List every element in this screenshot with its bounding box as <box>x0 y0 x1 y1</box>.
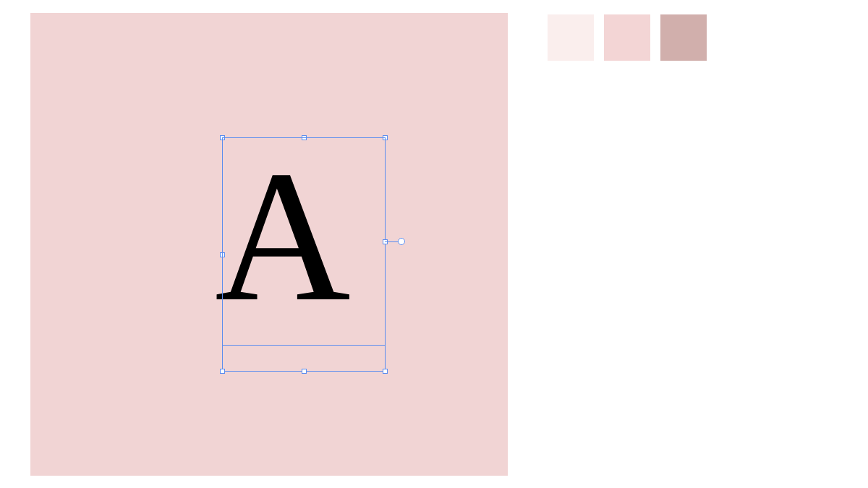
resize-handle-bottom-right[interactable] <box>383 369 388 374</box>
resize-handle-bottom-middle[interactable] <box>302 369 307 374</box>
text-object-letter[interactable]: A <box>215 142 351 330</box>
resize-handle-middle-right[interactable] <box>383 239 388 244</box>
color-swatch-row <box>548 14 707 61</box>
design-artboard[interactable]: A <box>30 13 508 476</box>
color-swatch-1[interactable] <box>548 14 594 61</box>
color-swatch-3[interactable] <box>660 14 707 61</box>
resize-handle-bottom-left[interactable] <box>220 369 225 374</box>
color-swatch-2[interactable] <box>604 14 650 61</box>
resize-handle-top-right[interactable] <box>383 135 388 140</box>
rotate-connector-line <box>385 241 399 242</box>
rotate-handle[interactable] <box>398 238 405 245</box>
